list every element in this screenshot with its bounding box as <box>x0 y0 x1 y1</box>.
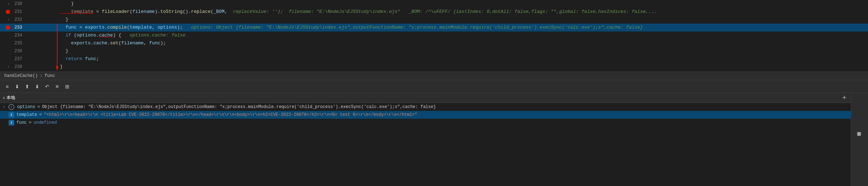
line-number-237: 237 <box>12 57 22 62</box>
debug-toolbar: ≡ ⬇ ⬆ ⬇ ↶ ✕ ⊞ <box>0 80 868 93</box>
var-row-template[interactable]: i template = "<html>\r\n<head>\r\n <titl… <box>0 111 851 119</box>
line-number-233: 233 <box>12 25 22 30</box>
expand-icon-options: › <box>3 105 7 109</box>
toolbar-btn-step-into[interactable]: ⬇ <box>13 82 21 91</box>
line-content-238: } <box>25 55 868 72</box>
breadcrumb-separator: › <box>40 73 43 78</box>
main-container: › 230 } 231 template = fileLoader(fil <box>0 0 868 186</box>
var-value-func: undefined <box>34 120 57 125</box>
var-row-options[interactable]: › ○ options = Object {filename: "E:\Node… <box>0 103 851 111</box>
line-number-234: 234 <box>12 33 22 38</box>
bottom-panel: ∨ 本地 + › ○ options = Object {filename: "… <box>0 93 868 186</box>
toolbar-btn-list[interactable]: ≡ <box>3 82 11 91</box>
toolbar-btn-grid[interactable]: ⊞ <box>63 82 71 91</box>
gutter-233: 233 <box>0 25 25 30</box>
variables-section-label: 本地 <box>6 95 15 101</box>
breakpoint-231[interactable] <box>6 10 10 14</box>
var-value-options: Object {filename: "E:\NodeJs\EJSStudy\in… <box>42 104 436 109</box>
code-lines: › 230 } 231 template = fileLoader(fil <box>0 0 868 71</box>
gutter-232: › 232 <box>0 17 25 22</box>
var-equals-options: = <box>37 104 40 109</box>
gutter-235: 235 <box>0 41 25 46</box>
toolbar-btn-step-over[interactable]: ⬇ <box>33 82 41 91</box>
toolbar-btn-stop[interactable]: ✕ <box>53 82 61 91</box>
var-icon-func: i <box>9 120 14 126</box>
add-watch-button[interactable]: + <box>841 94 848 102</box>
var-name-template: template <box>16 112 37 117</box>
editor-section: › 230 } 231 template = fileLoader(fil <box>0 0 868 72</box>
code-editor: › 230 } 231 template = fileLoader(fil <box>0 0 868 72</box>
gutter-237: 237 <box>0 57 25 62</box>
var-name-func: func <box>16 120 27 125</box>
gutter-230: › 230 <box>0 1 25 6</box>
breadcrumb-bar: handleCache() › func <box>0 72 868 80</box>
fold-icon-232: › <box>6 18 11 22</box>
gutter-234: 234 <box>0 33 25 38</box>
right-side-panel: 评估表 <box>851 93 868 186</box>
var-icon-template: i <box>9 112 14 118</box>
breadcrumb-item-1[interactable]: handleCache() <box>4 73 38 78</box>
fold-icon-230: › <box>6 2 11 6</box>
var-name-options: options <box>17 104 35 109</box>
breadcrumb-item-2[interactable]: func <box>45 73 55 78</box>
variables-panel: ∨ 本地 + › ○ options = Object {filename: "… <box>0 93 851 173</box>
line-number-230: 230 <box>12 1 22 6</box>
var-row-func[interactable]: i func = undefined <box>0 119 851 127</box>
line-number-238: 238 <box>12 64 22 69</box>
var-equals-func: = <box>29 120 31 125</box>
var-value-template: "<html>\r\n<head>\r\n <title>Lab CVE-202… <box>44 112 417 117</box>
var-icon-options: ○ <box>9 104 14 110</box>
toolbar-btn-step-up[interactable]: ⬆ <box>23 82 31 91</box>
line-number-232: 232 <box>12 17 22 22</box>
gutter-231: 231 <box>0 9 25 14</box>
line-number-235: 235 <box>12 41 22 46</box>
variables-header: ∨ 本地 + <box>0 93 851 103</box>
line-number-236: 236 <box>12 49 22 54</box>
toolbar-btn-restart[interactable]: ↶ <box>43 82 51 91</box>
fold-icon-238: › <box>6 65 11 69</box>
code-line-238: › 238 } <box>0 63 868 71</box>
var-equals-template: = <box>39 112 42 117</box>
section-toggle[interactable]: ∨ <box>3 96 5 100</box>
line-number-231: 231 <box>12 9 22 14</box>
gutter-236: 236 <box>0 49 25 54</box>
gutter-238: › 238 <box>0 64 25 69</box>
breakpoint-233[interactable] <box>6 25 10 30</box>
